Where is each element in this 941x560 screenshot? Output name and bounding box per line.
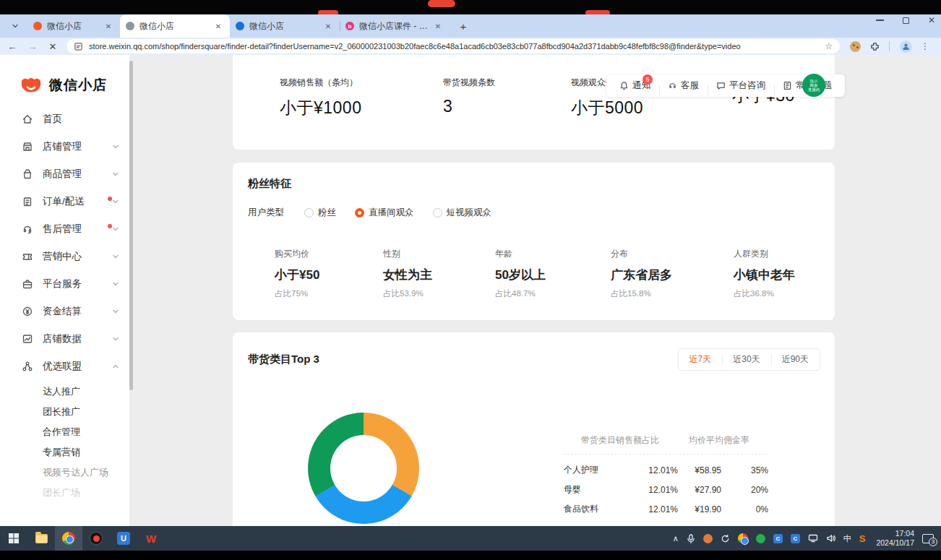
record-icon <box>90 532 103 545</box>
customer-service-button[interactable]: 客服 <box>659 79 708 92</box>
table-header-cell: 均价 <box>659 434 706 447</box>
radio-icon[interactable] <box>433 208 442 217</box>
ime-indicator[interactable]: 中 <box>843 533 851 544</box>
fans-stat-share: 占比36.8% <box>734 288 795 299</box>
u-app-button[interactable]: U <box>110 526 137 551</box>
sidebar-item-shop-data[interactable]: 店铺数据 <box>0 325 129 353</box>
sidebar-item-aftersale[interactable]: 售后管理 <box>0 215 129 243</box>
sidebar-subitem-label: 团长推广 <box>43 405 80 418</box>
sync-icon[interactable] <box>721 534 730 543</box>
browser-tab[interactable]: b 微信小店课件 - boardmix ✕ <box>340 14 450 38</box>
stop-button[interactable]: ✕ <box>45 38 61 54</box>
sidebar-subitem[interactable]: 团长广场 <box>0 483 129 503</box>
sidebar-subitem[interactable]: 达人推广 <box>0 382 129 402</box>
screen-recorder-button[interactable] <box>82 526 110 551</box>
app-logo[interactable]: 微信小店 <box>0 55 129 95</box>
wps-icon: W <box>146 533 156 545</box>
radio-icon[interactable] <box>355 208 364 217</box>
cell-commission: 35% <box>721 465 768 475</box>
url-bar[interactable]: store.weixin.qq.com/shop/findersquare/fi… <box>66 39 840 53</box>
donut-chart <box>308 413 419 524</box>
speaker-icon[interactable] <box>826 534 835 543</box>
live-room-float-button[interactable]: 找小商家直播间 <box>802 74 825 97</box>
radio-option[interactable]: 粉丝 <box>304 207 336 219</box>
sidebar-item-product-management[interactable]: 商品管理 <box>0 160 129 188</box>
minimize-button[interactable] <box>876 20 884 21</box>
fans-stat-share: 占比53.9% <box>383 288 495 299</box>
sidebar-subitem-label: 团长广场 <box>43 486 80 499</box>
back-button[interactable]: ← <box>4 38 20 54</box>
bag-icon <box>22 168 33 180</box>
bell-icon <box>619 81 629 90</box>
chrome-taskbar-button[interactable] <box>55 526 82 551</box>
tab-close-icon[interactable]: ✕ <box>432 20 444 32</box>
tab-search-button[interactable] <box>6 17 25 35</box>
recorder-overlay-fragment <box>428 0 455 7</box>
network-display-icon[interactable] <box>808 534 818 543</box>
browser-tab[interactable]: 微信小店 ✕ <box>27 14 120 38</box>
notice-button[interactable]: 通知 5 <box>611 79 659 92</box>
radio-label: 短视频观众 <box>447 207 492 219</box>
sogou-icon[interactable]: S <box>859 533 866 544</box>
sidebar-subitem[interactable]: 专属营销 <box>0 442 129 462</box>
live-room-float-text: 找小 <box>810 79 818 83</box>
tab-close-icon[interactable]: ✕ <box>103 20 114 32</box>
microphone-icon[interactable] <box>687 534 695 543</box>
tencent-app-icon[interactable]: C <box>773 534 783 543</box>
wechat-icon[interactable] <box>756 534 765 543</box>
sidebar-item-platform-service[interactable]: 平台服务 <box>0 270 129 298</box>
sidebar-scrollbar[interactable] <box>129 61 133 390</box>
screen: 微信小店 ✕ 微信小店 ✕ 微信小店 ✕ b 微信小店课件 - boardmix… <box>0 0 941 560</box>
browser-menu-icon[interactable]: ⋮ <box>921 41 929 51</box>
restore-button[interactable] <box>903 17 909 24</box>
store-logo-icon <box>20 75 43 95</box>
date-range-tab[interactable]: 近7天 <box>679 349 723 370</box>
cell-category: 母婴 <box>564 483 626 496</box>
new-tab-button[interactable]: + <box>454 17 473 35</box>
tencent-app-icon[interactable]: C <box>791 534 800 543</box>
sidebar-item-funds-settlement[interactable]: 资金结算 <box>0 298 129 325</box>
sidebar-item-home[interactable]: 首页 <box>0 105 129 133</box>
browser-tab[interactable]: 微信小店 ✕ <box>230 14 340 38</box>
tab-title: 微信小店课件 - boardmix <box>359 20 432 33</box>
chrome-tray-icon[interactable] <box>738 533 748 543</box>
tab-close-icon[interactable]: ✕ <box>212 20 224 32</box>
platform-consult-button[interactable]: 平台咨询 <box>708 79 774 92</box>
radio-icon[interactable] <box>304 208 314 217</box>
sidebar-item-alliance[interactable]: 优选联盟 <box>0 353 129 380</box>
tray-app-icon[interactable] <box>703 534 713 543</box>
sidebar-subitem[interactable]: 团长推广 <box>0 402 129 422</box>
url-text[interactable]: store.weixin.qq.com/shop/findersquare/fi… <box>89 42 819 51</box>
site-info-icon[interactable] <box>74 42 83 51</box>
tray-expand-icon[interactable]: ∧ <box>673 534 679 543</box>
coin-icon <box>22 306 33 317</box>
radio-option[interactable]: 短视频观众 <box>433 207 492 219</box>
taskbar-clock[interactable]: 17:04 2024/10/17 <box>876 529 914 548</box>
radio-option[interactable]: 直播间观众 <box>355 207 414 219</box>
date-range-tab[interactable]: 近30天 <box>722 349 770 370</box>
chevron-down-icon <box>112 335 119 343</box>
extension-cookie-icon[interactable] <box>850 41 861 52</box>
fans-stat-value: 女性为主 <box>383 267 495 283</box>
sidebar-menu: 首页 店铺管理 商品管理 订单/配送 <box>0 105 129 503</box>
file-explorer-button[interactable] <box>27 526 55 551</box>
browser-tab[interactable]: 微信小店 ✕ <box>120 14 230 38</box>
extensions-puzzle-icon[interactable] <box>869 41 880 52</box>
tab-close-icon[interactable]: ✕ <box>322 20 334 32</box>
sidebar-item-shop-management[interactable]: 店铺管理 <box>0 133 129 160</box>
sidebar-item-orders-delivery[interactable]: 订单/配送 <box>0 188 129 215</box>
sidebar-submenu: 达人推广团长推广合作管理专属营销视频号达人广场团长广场 <box>0 382 129 503</box>
bookmark-star-icon[interactable]: ☆ <box>825 41 833 51</box>
start-button[interactable] <box>0 526 27 551</box>
forward-button[interactable]: → <box>25 38 40 54</box>
notification-center-icon[interactable]: 3 <box>922 534 934 543</box>
sidebar-subitem-label: 达人推广 <box>43 385 80 398</box>
profile-avatar[interactable] <box>900 40 912 53</box>
sidebar-subitem[interactable]: 合作管理 <box>0 422 129 442</box>
network-nodes-icon <box>22 361 33 372</box>
date-range-tab[interactable]: 近90天 <box>771 349 820 370</box>
sidebar-subitem[interactable]: 视频号达人广场 <box>0 462 129 483</box>
close-button[interactable]: ✕ <box>928 16 935 25</box>
sidebar-item-marketing-center[interactable]: 营销中心 <box>0 243 129 270</box>
wps-button[interactable]: W <box>137 526 165 551</box>
